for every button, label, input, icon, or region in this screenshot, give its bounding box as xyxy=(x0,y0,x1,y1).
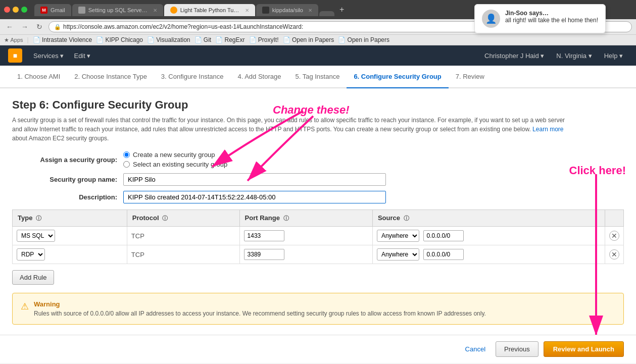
bookmark-regexr[interactable]: 📄 RegExr xyxy=(215,36,244,43)
add-rule-button[interactable]: Add Rule xyxy=(12,270,54,285)
review-launch-button[interactable]: Review and Launch xyxy=(544,341,624,357)
source-ip-1[interactable] xyxy=(423,230,464,241)
back-button[interactable]: ← xyxy=(4,22,15,32)
previous-button[interactable]: Previous xyxy=(496,341,539,357)
type-cell-2: RDP xyxy=(13,245,127,264)
warning-title: Warning xyxy=(34,300,486,308)
bookmark-papers1[interactable]: 📄 Open in Papers xyxy=(283,36,334,43)
page-description: A security group is a set of firewall ru… xyxy=(12,116,568,143)
port-cell-1 xyxy=(239,227,372,245)
wizard-steps: 1. Choose AMI 2. Choose Instance Type 3.… xyxy=(0,66,636,88)
learn-more-link[interactable]: Learn more xyxy=(532,126,563,133)
source-cell-1: Anywhere xyxy=(372,227,605,245)
radio-existing-security-group[interactable]: Select an existing security group xyxy=(123,161,227,168)
notification-message: all right! will take the el home then! xyxy=(505,17,598,24)
description-input[interactable] xyxy=(123,191,386,203)
type-select-2[interactable]: RDP xyxy=(17,248,45,261)
maximize-dot[interactable] xyxy=(21,7,27,13)
region-menu[interactable]: N. Virginia ▾ xyxy=(551,52,597,60)
new-tab-button[interactable]: + xyxy=(335,3,348,16)
protocol-cell-1: TCP xyxy=(127,227,239,245)
remove-rule-2-button[interactable]: ✕ xyxy=(609,249,619,259)
notification-avatar: 👤 xyxy=(482,10,500,28)
rules-table: Type ⓘ Protocol ⓘ Port Range ⓘ Source ⓘ … xyxy=(12,210,624,264)
assign-security-group-row: Assign a security group: Create a new se… xyxy=(12,151,624,168)
actions-header xyxy=(605,210,624,227)
forward-button[interactable]: → xyxy=(19,22,30,32)
radio-existing-label: Select an existing security group xyxy=(133,161,227,168)
notification-author: Jin-Soo says… xyxy=(505,10,598,17)
url-text: https://console.aws.amazon.com/ec2/v2/ho… xyxy=(63,23,303,30)
radio-new-label: Create a new security group xyxy=(133,151,215,159)
port-input-2[interactable] xyxy=(244,249,284,260)
wizard-step-4[interactable]: 4. Add Storage xyxy=(230,66,288,88)
warning-box: ⚠ Warning Rules with source of 0.0.0.0/0… xyxy=(12,293,624,325)
browser-tab-sql[interactable]: Setting up SQL Server on ... ✕ xyxy=(72,4,163,16)
radio-new-security-group[interactable]: Create a new security group xyxy=(123,151,227,159)
warning-icon: ⚠ xyxy=(21,301,29,312)
services-menu[interactable]: Services ▾ xyxy=(28,52,69,60)
browser-tab-lighttable[interactable]: Light Table Python Tutoria... ✕ xyxy=(164,4,255,16)
wizard-step-3[interactable]: 3. Configure Instance xyxy=(154,66,231,88)
source-cell-2: Anywhere xyxy=(372,245,605,264)
type-cell-1: MS SQL xyxy=(13,227,127,245)
bookmark-proxyit[interactable]: 📄 ProxyIt! xyxy=(249,36,279,43)
security-group-name-row: Security group name: xyxy=(12,173,624,186)
type-header: Type ⓘ xyxy=(13,210,127,227)
source-header: Source ⓘ xyxy=(372,210,605,227)
browser-tab-kipp[interactable]: kippdata/silo ✕ xyxy=(256,4,318,16)
bookmark-papers2[interactable]: 📄 Open in Papers xyxy=(338,36,389,43)
apps-bookmark[interactable]: ★ Apps xyxy=(4,37,23,43)
bookmark-viz[interactable]: 📄 Visualization xyxy=(147,36,190,43)
warning-text: Rules with source of 0.0.0.0/0 allow all… xyxy=(34,310,486,317)
port-input-1[interactable] xyxy=(244,230,284,241)
notification-popup: 👤 Jin-Soo says… all right! will take the… xyxy=(474,4,606,33)
assign-label: Assign a security group: xyxy=(32,156,123,164)
wizard-step-2[interactable]: 2. Choose Instance Type xyxy=(67,66,154,88)
minimize-dot[interactable] xyxy=(13,7,19,13)
cancel-button[interactable]: Cancel xyxy=(460,342,491,356)
aws-top-nav: ■ Services ▾ Edit ▾ Christopher J Haid ▾… xyxy=(0,45,636,66)
wizard-step-6[interactable]: 6. Configure Security Group xyxy=(347,66,448,88)
help-menu[interactable]: Help ▾ xyxy=(599,52,628,60)
close-dot[interactable] xyxy=(4,7,10,13)
description-row: Description: xyxy=(12,191,624,203)
remove-cell-1: ✕ xyxy=(605,227,624,245)
name-label: Security group name: xyxy=(32,176,123,183)
source-select-1[interactable]: Anywhere xyxy=(377,230,419,242)
main-content: Change these! Click here! Step 6: Config… xyxy=(0,88,636,335)
aws-logo: ■ xyxy=(8,48,22,63)
remove-rule-1-button[interactable]: ✕ xyxy=(609,231,619,241)
port-range-header: Port Range ⓘ xyxy=(239,210,372,227)
reload-button[interactable]: ↻ xyxy=(34,22,44,32)
port-cell-2 xyxy=(239,245,372,264)
wizard-step-7[interactable]: 7. Review xyxy=(449,66,492,88)
wizard-step-5[interactable]: 5. Tag Instance xyxy=(288,66,347,88)
table-row: MS SQL TCP Anywhere ✕ xyxy=(13,227,624,245)
type-select-1[interactable]: MS SQL xyxy=(17,230,55,242)
description-label: Description: xyxy=(32,193,123,201)
protocol-header: Protocol ⓘ xyxy=(127,210,239,227)
user-menu[interactable]: Christopher J Haid ▾ xyxy=(479,52,549,60)
source-ip-2[interactable] xyxy=(423,249,464,260)
remove-cell-2: ✕ xyxy=(605,245,624,264)
ssl-lock-icon: 🔒 xyxy=(54,24,61,30)
source-select-2[interactable]: Anywhere xyxy=(377,248,419,261)
click-here-annotation: Click here! xyxy=(569,164,626,177)
wizard-step-1[interactable]: 1. Choose AMI xyxy=(10,66,67,88)
bookmark-intrastate[interactable]: 📄 Intrastate Violence xyxy=(33,36,92,43)
bookmark-kipp[interactable]: 📄 KIPP Chicago xyxy=(96,36,143,43)
radio-new-input[interactable] xyxy=(123,151,130,158)
change-these-annotation: Change these! xyxy=(273,103,350,117)
bookmark-git[interactable]: 📄 Git xyxy=(194,36,212,43)
browser-tab-empty[interactable] xyxy=(319,11,334,16)
protocol-cell-2: TCP xyxy=(127,245,239,264)
edit-menu[interactable]: Edit ▾ xyxy=(69,52,95,60)
security-group-name-input[interactable] xyxy=(123,173,386,186)
bookmarks-bar: ★ Apps | 📄 Intrastate Violence 📄 KIPP Ch… xyxy=(0,35,636,45)
window-controls xyxy=(4,7,27,13)
table-row: RDP TCP Anywhere ✕ xyxy=(13,245,624,264)
bottom-bar: Cancel Previous Review and Launch xyxy=(0,335,636,363)
radio-existing-input[interactable] xyxy=(123,161,130,168)
browser-tab-gmail[interactable]: M Gmail xyxy=(34,4,71,16)
